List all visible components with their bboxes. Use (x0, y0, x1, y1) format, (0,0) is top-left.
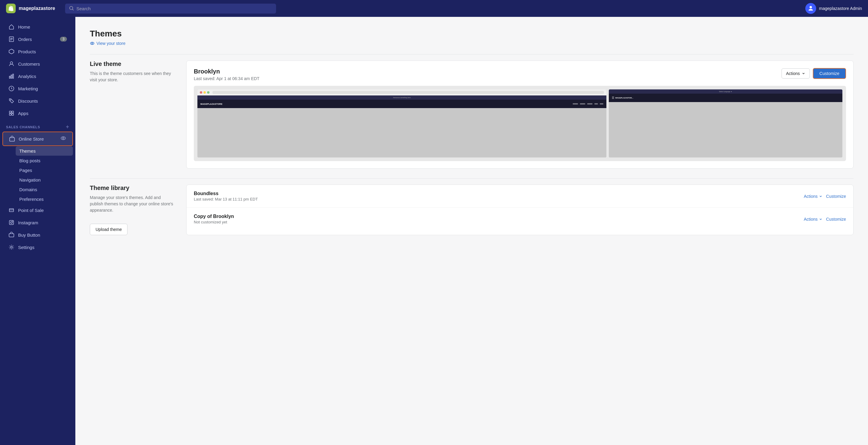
preview-store-header: MAGEPLAZASTORE (197, 100, 607, 108)
search-input[interactable] (76, 6, 272, 11)
theme-item-actions-copy-brooklyn: Actions Customize (804, 217, 846, 221)
preview-mobile-header: ☰ MAGEPLAZASTOR... (609, 94, 842, 102)
sidebar-item-pos[interactable]: Point of Sale (2, 204, 73, 216)
theme-item-name-boundless: Boundless (194, 191, 258, 196)
customers-icon (8, 61, 14, 67)
brand-name: mageplazastore (19, 6, 55, 11)
page-title: Themes (90, 29, 854, 38)
actions-button-copy-brooklyn[interactable]: Actions (804, 217, 823, 221)
theme-meta: Last saved: Apr 1 at 06:34 am EDT (194, 76, 259, 81)
user-menu[interactable]: mageplazastore Admin (805, 3, 862, 14)
live-theme-card: Brooklyn Last saved: Apr 1 at 06:34 am E… (186, 61, 854, 169)
marketing-icon (8, 85, 14, 92)
sidebar: Home Orders 3 Products Customers (0, 17, 75, 445)
chevron-down-icon (819, 195, 823, 198)
preview-desktop: Announce something here MAGEPLAZASTORE (197, 90, 607, 158)
svg-point-18 (63, 138, 64, 139)
theme-library-item-copy-brooklyn: Copy of Brooklyn Not customized yet Acti… (187, 208, 853, 230)
preview-announce-bar: Announce something here (197, 96, 607, 100)
svg-rect-24 (9, 234, 14, 237)
theme-name: Brooklyn (194, 68, 259, 75)
svg-point-27 (92, 43, 93, 44)
theme-info: Brooklyn Last saved: Apr 1 at 06:34 am E… (194, 68, 259, 81)
browser-bar (197, 90, 607, 96)
theme-library-title: Theme library (90, 184, 174, 192)
search-bar[interactable] (65, 4, 276, 13)
theme-item-meta-copy-brooklyn: Not customized yet (194, 220, 234, 224)
svg-rect-12 (9, 111, 11, 113)
sidebar-item-settings[interactable]: Settings (2, 241, 73, 253)
sidebar-item-orders[interactable]: Orders 3 (2, 33, 73, 45)
add-sales-channel-button[interactable]: + (66, 124, 69, 130)
svg-rect-14 (9, 113, 11, 115)
sidebar-item-preferences[interactable]: Preferences (16, 195, 73, 204)
svg-rect-13 (12, 111, 13, 113)
sidebar-item-products[interactable]: Products (2, 45, 73, 58)
theme-library-desc: Manage your store's themes. Add and publ… (90, 195, 174, 213)
theme-item-name-copy-brooklyn: Copy of Brooklyn (194, 214, 234, 219)
theme-item-info: Boundless Last saved: Mar 13 at 11:11 pm… (194, 191, 258, 201)
svg-point-25 (10, 246, 12, 248)
theme-library-info: Theme library Manage your store's themes… (90, 184, 174, 235)
svg-rect-8 (11, 75, 12, 78)
orders-icon (8, 36, 14, 42)
sidebar-item-online-store[interactable]: Online Store (2, 132, 73, 146)
chevron-down-icon (819, 217, 823, 221)
actions-button-boundless[interactable]: Actions (804, 194, 823, 199)
theme-actions: Actions Customize (781, 68, 846, 79)
actions-button[interactable]: Actions (781, 68, 810, 78)
sidebar-item-themes[interactable]: Themes (16, 146, 73, 156)
sidebar-item-analytics[interactable]: Analytics (2, 70, 73, 82)
customize-button-boundless[interactable]: Customize (826, 194, 846, 199)
sidebar-item-blog-posts[interactable]: Blog posts (16, 156, 73, 165)
svg-rect-19 (9, 209, 13, 212)
view-store-link[interactable]: View your store (90, 41, 854, 46)
chevron-down-icon (802, 72, 805, 75)
live-theme-section: Live theme This is the theme customers s… (90, 61, 854, 169)
user-avatar (805, 3, 816, 14)
svg-point-6 (10, 62, 13, 64)
sidebar-item-apps[interactable]: Apps (2, 107, 73, 119)
analytics-icon (8, 73, 14, 79)
customize-button[interactable]: Customize (813, 68, 846, 79)
main-content: Themes View your store Live theme This i… (75, 17, 868, 445)
preview-body (197, 108, 607, 158)
svg-line-1 (72, 9, 73, 10)
upload-theme-button[interactable]: Upload theme (90, 224, 127, 235)
live-theme-desc: This is the theme customers see when the… (90, 70, 174, 83)
sidebar-item-domains[interactable]: Domains (16, 185, 73, 194)
apps-icon (8, 110, 14, 116)
svg-point-22 (10, 221, 12, 224)
sidebar-item-buy-button[interactable]: Buy Button (2, 229, 73, 241)
svg-rect-21 (9, 220, 13, 225)
sidebar-item-discounts[interactable]: Discounts (2, 95, 73, 107)
sidebar-item-marketing[interactable]: Marketing (2, 82, 73, 95)
sidebar-item-pages[interactable]: Pages (16, 166, 73, 175)
theme-item-info-2: Copy of Brooklyn Not customized yet (194, 214, 234, 224)
sidebar-item-navigation[interactable]: Navigation (16, 175, 73, 184)
buy-button-icon (8, 232, 14, 238)
svg-rect-15 (12, 113, 13, 115)
user-label: mageplazastore Admin (819, 6, 862, 11)
customize-button-copy-brooklyn[interactable]: Customize (826, 217, 846, 221)
svg-point-26 (90, 42, 94, 44)
settings-icon (8, 244, 14, 250)
theme-library-item-boundless: Boundless Last saved: Mar 13 at 11:11 pm… (187, 185, 853, 208)
pos-icon (8, 207, 14, 213)
svg-point-11 (10, 100, 11, 100)
sidebar-item-home[interactable]: Home (2, 21, 73, 33)
brand[interactable]: mageplazastore (6, 4, 60, 13)
sidebar-item-instagram[interactable]: Instagram (2, 216, 73, 229)
home-icon (8, 24, 14, 30)
svg-point-17 (61, 137, 66, 140)
shopify-logo-icon (6, 4, 16, 13)
theme-library-section: Theme library Manage your store's themes… (90, 184, 854, 235)
preview-mobile: Select Language ▼ ☰ MAGEPLAZASTOR... (609, 90, 842, 158)
orders-badge: 3 (60, 37, 67, 41)
eye-icon[interactable] (60, 135, 66, 142)
divider-1 (90, 54, 854, 55)
search-icon (69, 6, 74, 11)
sidebar-item-customers[interactable]: Customers (2, 58, 73, 70)
preview-mobile-body (609, 102, 842, 158)
theme-preview: Announce something here MAGEPLAZASTORE (194, 86, 846, 161)
